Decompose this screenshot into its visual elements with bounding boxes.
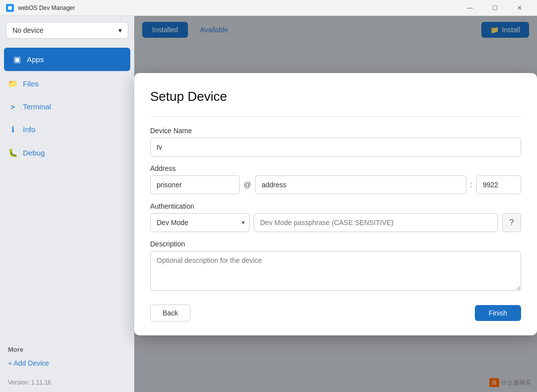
description-label: Description (150, 240, 521, 248)
modal-overlay: Setup Device Device Name Address @ : (134, 16, 537, 392)
webos-icon (6, 4, 14, 12)
main-content: Installed Available 📁 Install Setup Devi… (134, 16, 537, 392)
address-row: @ : (150, 175, 521, 194)
app-body: No device ▾ ▣ Apps 📁 Files > Terminal ℹ … (0, 16, 537, 392)
dialog-footer: Back Finish (150, 305, 521, 321)
at-symbol: @ (244, 180, 251, 189)
back-button[interactable]: Back (150, 305, 190, 321)
files-icon: 📁 (8, 79, 18, 88)
device-name-input[interactable] (150, 138, 521, 157)
device-name-group: Device Name (150, 127, 521, 157)
sidebar-item-debug[interactable]: 🐛 Debug (0, 141, 134, 164)
app-title: webOS Dev Manager (18, 4, 75, 11)
address-user-input[interactable] (150, 175, 240, 194)
setup-device-dialog: Setup Device Device Name Address @ : (134, 73, 537, 335)
auth-mode-select[interactable]: Dev Mode Password SSH Key (150, 213, 250, 232)
passphrase-input[interactable] (254, 213, 498, 232)
description-group: Description (150, 240, 521, 293)
device-selector[interactable]: No device ▾ (6, 22, 128, 39)
svg-point-0 (8, 6, 12, 10)
apps-icon: ▣ (12, 55, 22, 64)
auth-select-wrapper: Dev Mode Password SSH Key ▾ (150, 213, 250, 232)
address-label: Address (150, 164, 521, 172)
maximize-button[interactable]: ☐ (483, 0, 506, 16)
info-icon: ℹ (8, 125, 18, 134)
sidebar-item-apps[interactable]: ▣ Apps (4, 48, 130, 71)
finish-button[interactable]: Finish (475, 305, 521, 321)
authentication-group: Authentication Dev Mode Password SSH Key… (150, 202, 521, 232)
sidebar-item-info-label: Info (23, 125, 35, 134)
debug-icon: 🐛 (8, 148, 18, 157)
sidebar-item-terminal-label: Terminal (23, 102, 51, 111)
description-textarea[interactable] (150, 251, 521, 291)
address-host-input[interactable] (255, 175, 466, 194)
sidebar-item-terminal[interactable]: > Terminal (0, 95, 134, 118)
auth-help-button[interactable]: ? (502, 213, 521, 232)
address-group: Address @ : (150, 164, 521, 194)
minimize-button[interactable]: — (458, 0, 481, 16)
device-name-label: Device Name (150, 127, 521, 135)
dialog-divider (150, 116, 521, 117)
sidebar-item-info[interactable]: ℹ Info (0, 118, 134, 141)
colon-symbol: : (470, 180, 472, 189)
sidebar-item-files[interactable]: 📁 Files (0, 72, 134, 95)
window-controls: — ☐ ✕ (458, 0, 531, 16)
terminal-icon: > (8, 103, 18, 111)
auth-row: Dev Mode Password SSH Key ▾ ? (150, 213, 521, 232)
sidebar-item-apps-label: Apps (27, 55, 44, 64)
sidebar-item-debug-label: Debug (23, 149, 45, 157)
sidebar-item-files-label: Files (23, 79, 39, 88)
add-device-button[interactable]: + Add Device (0, 355, 134, 375)
chevron-down-icon: ▾ (118, 26, 122, 34)
authentication-label: Authentication (150, 202, 521, 210)
device-selector-label: No device (12, 26, 43, 34)
address-port-input[interactable] (476, 175, 521, 194)
title-bar-left: webOS Dev Manager (6, 4, 75, 12)
sidebar: No device ▾ ▣ Apps 📁 Files > Terminal ℹ … (0, 16, 134, 392)
dialog-title: Setup Device (150, 89, 521, 104)
more-label: More (0, 340, 134, 355)
nav-items: ▣ Apps 📁 Files > Terminal ℹ Info 🐛 Debug (0, 45, 134, 340)
close-button[interactable]: ✕ (508, 0, 531, 16)
title-bar: webOS Dev Manager — ☐ ✕ (0, 0, 537, 16)
version-label: Version: 1.11.16 (0, 375, 134, 392)
